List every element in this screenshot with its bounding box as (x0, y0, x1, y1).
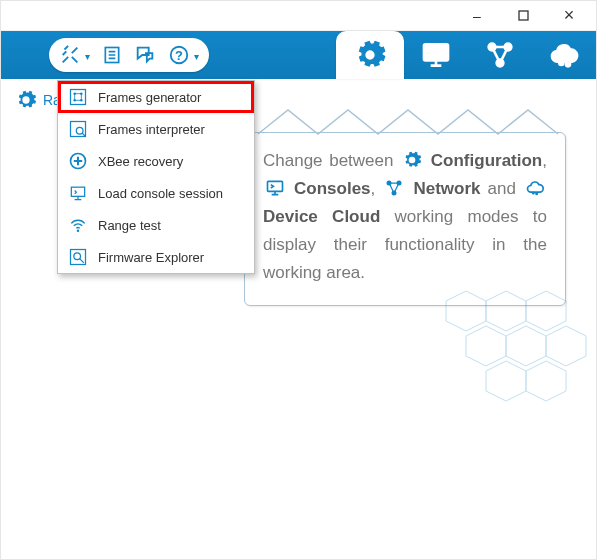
tools-dropdown: Frames generator Frames interpreter XBee… (57, 80, 255, 274)
svg-marker-31 (466, 326, 506, 366)
svg-point-26 (532, 192, 535, 195)
bubble-arrows (244, 107, 566, 135)
info-b4: Device Cloud (263, 207, 380, 226)
cloud-icon (525, 178, 545, 198)
info-b1: Configuration (431, 151, 542, 170)
svg-rect-18 (71, 187, 84, 196)
svg-rect-4 (424, 44, 448, 60)
menu-item-label: Frames interpreter (98, 122, 205, 137)
network-icon (384, 178, 404, 198)
svg-marker-33 (546, 326, 586, 366)
svg-marker-35 (526, 361, 566, 401)
gear-icon (402, 150, 422, 170)
svg-text:?: ? (175, 48, 183, 63)
toolbar-left-group: ? (49, 38, 209, 72)
feedback-button[interactable] (134, 44, 156, 66)
info-b2: Consoles (294, 179, 371, 198)
menu-item-load-console-session[interactable]: Load console session (58, 177, 254, 209)
main-toolbar: ? (1, 31, 596, 79)
menu-item-label: Range test (98, 218, 161, 233)
mode-network-button[interactable] (468, 31, 532, 79)
svg-rect-10 (71, 90, 86, 105)
list-button[interactable] (102, 44, 122, 66)
menu-item-frames-generator[interactable]: Frames generator (58, 81, 254, 113)
help-menu-button[interactable]: ? (168, 44, 199, 66)
console-icon (265, 178, 285, 198)
menu-item-label: Firmware Explorer (98, 250, 204, 265)
menu-item-xbee-recovery[interactable]: XBee recovery (58, 145, 254, 177)
mode-switcher (336, 31, 596, 79)
svg-point-21 (74, 253, 81, 260)
info-bubble: Change between Configuration, Consoles, … (244, 132, 566, 306)
info-b3: Network (413, 179, 480, 198)
menu-item-label: XBee recovery (98, 154, 183, 169)
tools-menu-button[interactable] (59, 44, 90, 66)
svg-point-8 (559, 60, 564, 65)
window-minimize-button[interactable]: – (454, 1, 500, 31)
svg-point-27 (535, 192, 538, 195)
svg-rect-22 (268, 181, 283, 191)
svg-point-19 (77, 230, 80, 233)
svg-rect-0 (519, 11, 528, 20)
mode-configuration-button[interactable] (336, 31, 404, 79)
window-titlebar: – × (1, 1, 596, 31)
menu-item-firmware-explorer[interactable]: Firmware Explorer (58, 241, 254, 273)
info-text: Change between (263, 151, 400, 170)
menu-item-frames-interpreter[interactable]: Frames interpreter (58, 113, 254, 145)
window-close-button[interactable]: × (546, 1, 592, 31)
svg-marker-34 (486, 361, 526, 401)
svg-marker-32 (506, 326, 546, 366)
menu-item-label: Frames generator (98, 90, 201, 105)
svg-point-16 (76, 127, 83, 134)
mode-consoles-button[interactable] (404, 31, 468, 79)
svg-point-9 (565, 62, 570, 67)
mode-device-cloud-button[interactable] (532, 31, 596, 79)
window-maximize-button[interactable] (500, 1, 546, 31)
menu-item-label: Load console session (98, 186, 223, 201)
menu-item-range-test[interactable]: Range test (58, 209, 254, 241)
